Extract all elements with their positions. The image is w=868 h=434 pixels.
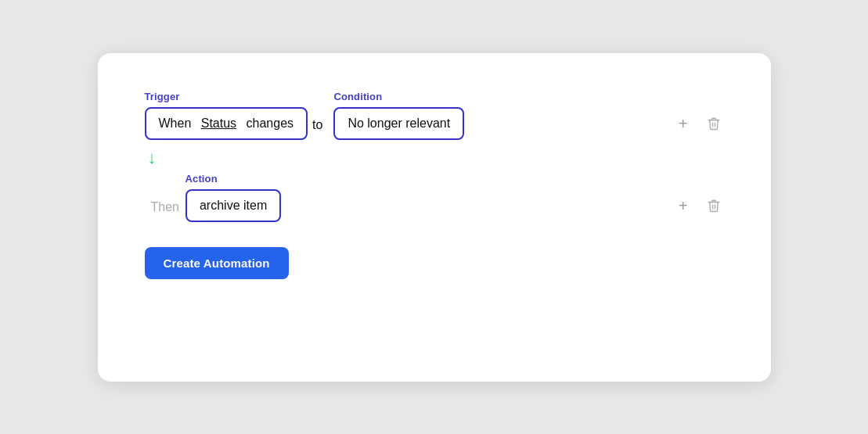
action-label: Action [185,173,282,185]
action-row-controls: + [675,195,724,217]
trigger-condition-inline: When Status changes to [145,107,328,140]
action-section: Action Then archive item [145,173,282,222]
automation-card: Trigger When Status changes to Condition… [98,53,771,382]
changes-text: changes [247,117,294,131]
action-group: Action Then archive item [145,173,282,222]
arrow-row: ↓ [145,149,724,167]
condition-box[interactable]: No longer relevant [333,107,464,140]
condition-value: No longer relevant [348,117,450,131]
trigger-condition-wrapper: Trigger When Status changes to Condition… [145,91,724,140]
action-row-wrapper: Action Then archive item + [145,173,724,222]
trigger-row-controls: + [675,113,724,135]
to-text: to [308,110,327,140]
trigger-box[interactable]: When Status changes [145,107,308,140]
trigger-delete-button[interactable] [704,113,724,134]
trigger-condition-group: Trigger When Status changes to Condition… [145,91,465,140]
trigger-add-button[interactable]: + [675,113,691,135]
down-arrow-icon: ↓ [148,149,157,167]
trigger-field[interactable]: Status [201,117,236,131]
condition-label: Condition [333,91,464,102]
create-automation-button[interactable]: Create Automation [145,247,289,279]
then-text: Then [145,192,185,222]
action-add-button[interactable]: + [675,195,691,217]
action-delete-button[interactable] [704,195,724,216]
action-value: archive item [200,199,267,213]
action-box[interactable]: archive item [185,189,281,222]
when-text: When [159,117,192,131]
trigger-label: Trigger [145,91,328,102]
